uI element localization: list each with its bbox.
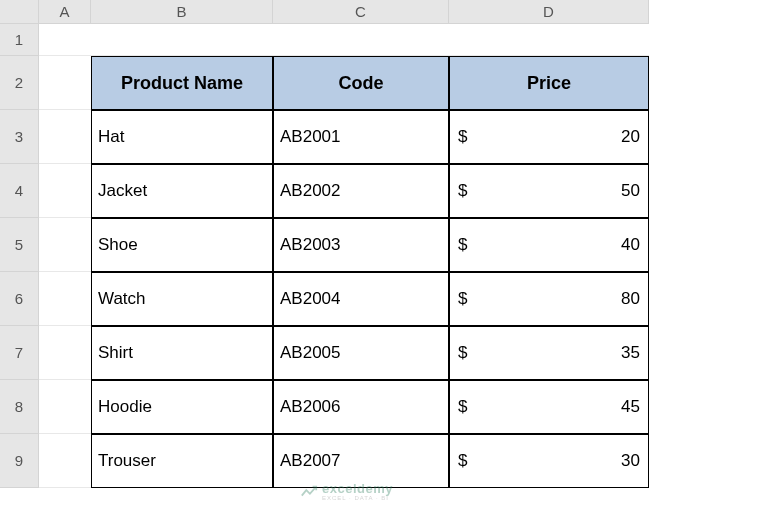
table-header-price[interactable]: Price: [449, 56, 649, 110]
table-row[interactable]: $ 35: [449, 326, 649, 380]
cell-a8[interactable]: [39, 380, 91, 434]
table-row[interactable]: AB2003: [273, 218, 449, 272]
table-row[interactable]: AB2006: [273, 380, 449, 434]
price-value: 50: [621, 181, 640, 201]
table-row[interactable]: AB2004: [273, 272, 449, 326]
row-header-5[interactable]: 5: [0, 218, 39, 272]
table-row[interactable]: Hoodie: [91, 380, 273, 434]
row-header-7[interactable]: 7: [0, 326, 39, 380]
price-value: 80: [621, 289, 640, 309]
row-header-2[interactable]: 2: [0, 56, 39, 110]
cell-a5[interactable]: [39, 218, 91, 272]
table-row[interactable]: Shoe: [91, 218, 273, 272]
watermark-sub: EXCEL · DATA · BI: [322, 495, 393, 501]
currency-symbol: $: [458, 397, 467, 417]
table-header-product[interactable]: Product Name: [91, 56, 273, 110]
price-value: 20: [621, 127, 640, 147]
table-row[interactable]: AB2002: [273, 164, 449, 218]
cell-a4[interactable]: [39, 164, 91, 218]
table-row[interactable]: $ 20: [449, 110, 649, 164]
spreadsheet-grid: A B C D 1 2 Product Name Code Price 3 Ha…: [0, 0, 768, 488]
table-row[interactable]: AB2005: [273, 326, 449, 380]
cell-a2[interactable]: [39, 56, 91, 110]
table-row[interactable]: Trouser: [91, 434, 273, 488]
row-header-3[interactable]: 3: [0, 110, 39, 164]
row-header-6[interactable]: 6: [0, 272, 39, 326]
col-header-a[interactable]: A: [39, 0, 91, 24]
watermark-main: exceldemy: [322, 482, 393, 495]
currency-symbol: $: [458, 235, 467, 255]
table-row[interactable]: Watch: [91, 272, 273, 326]
cell-a3[interactable]: [39, 110, 91, 164]
row-header-4[interactable]: 4: [0, 164, 39, 218]
currency-symbol: $: [458, 343, 467, 363]
table-row[interactable]: $ 80: [449, 272, 649, 326]
price-value: 30: [621, 451, 640, 471]
col-header-c[interactable]: C: [273, 0, 449, 24]
row-header-9[interactable]: 9: [0, 434, 39, 488]
row-header-8[interactable]: 8: [0, 380, 39, 434]
price-value: 35: [621, 343, 640, 363]
currency-symbol: $: [458, 127, 467, 147]
table-row[interactable]: AB2007: [273, 434, 449, 488]
table-row[interactable]: $ 50: [449, 164, 649, 218]
table-row[interactable]: $ 40: [449, 218, 649, 272]
table-row[interactable]: Shirt: [91, 326, 273, 380]
table-row[interactable]: Jacket: [91, 164, 273, 218]
exceldemy-logo-icon: [300, 483, 318, 501]
cell-a7[interactable]: [39, 326, 91, 380]
row-header-1[interactable]: 1: [0, 24, 39, 56]
cell-a1[interactable]: [39, 24, 91, 56]
currency-symbol: $: [458, 289, 467, 309]
currency-symbol: $: [458, 181, 467, 201]
col-header-b[interactable]: B: [91, 0, 273, 24]
table-row[interactable]: Hat: [91, 110, 273, 164]
cell-b1[interactable]: [91, 24, 273, 56]
cell-c1[interactable]: [273, 24, 449, 56]
price-value: 45: [621, 397, 640, 417]
cell-a6[interactable]: [39, 272, 91, 326]
table-header-code[interactable]: Code: [273, 56, 449, 110]
cell-a9[interactable]: [39, 434, 91, 488]
watermark: exceldemy EXCEL · DATA · BI: [300, 482, 393, 501]
watermark-text: exceldemy EXCEL · DATA · BI: [322, 482, 393, 501]
grid-corner: [0, 0, 39, 24]
col-header-d[interactable]: D: [449, 0, 649, 24]
table-row[interactable]: AB2001: [273, 110, 449, 164]
price-value: 40: [621, 235, 640, 255]
table-row[interactable]: $ 30: [449, 434, 649, 488]
currency-symbol: $: [458, 451, 467, 471]
cell-d1[interactable]: [449, 24, 649, 56]
table-row[interactable]: $ 45: [449, 380, 649, 434]
